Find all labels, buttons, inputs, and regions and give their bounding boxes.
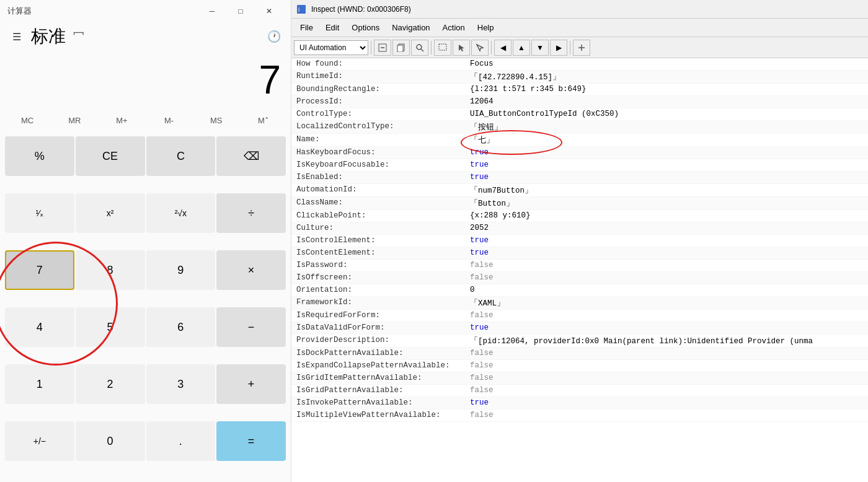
menu-options[interactable]: Options	[345, 20, 386, 35]
negate-button[interactable]: +/−	[5, 421, 74, 461]
prop-value-7: true	[470, 147, 863, 157]
prop-name-14: IsControlElement:	[296, 235, 470, 245]
mem-mc-button[interactable]: MC	[5, 109, 50, 131]
prop-name-24: IsExpandCollapsePatternAvailable:	[296, 361, 470, 370]
mem-mr-button[interactable]: MR	[52, 109, 97, 131]
menu-file[interactable]: File	[294, 20, 319, 35]
percent-button[interactable]: %	[5, 136, 74, 176]
six-button[interactable]: 6	[146, 307, 216, 347]
prop-name-8: IsKeyboardFocusable:	[296, 160, 470, 169]
inspector-title: Inspect (HWND: 0x000306F8)	[311, 5, 411, 14]
prop-row-20: IsRequiredForForm:false	[291, 310, 868, 322]
prop-value-15: true	[470, 248, 863, 257]
prop-name-25: IsGridItemPatternAvailable:	[296, 373, 470, 382]
square-button[interactable]: x²	[76, 193, 145, 233]
toolbar-extra-1[interactable]	[573, 40, 590, 56]
prop-row-9: IsEnabled:true	[291, 172, 868, 184]
nine-button[interactable]: 9	[146, 250, 216, 290]
menu-edit[interactable]: Edit	[319, 20, 345, 35]
prop-name-0: How found:	[296, 59, 470, 68]
svg-rect-5	[397, 45, 403, 52]
mem-ms-button[interactable]: MS	[194, 109, 239, 131]
ce-button[interactable]: CE	[76, 136, 145, 176]
svg-line-7	[421, 49, 423, 51]
prop-value-6: 「七」	[470, 134, 863, 146]
prop-name-7: HasKeyboardFocus:	[296, 147, 470, 157]
three-button[interactable]: 3	[146, 364, 216, 404]
menu-help[interactable]: Help	[471, 20, 500, 35]
toolbar-nav-forward-btn[interactable]: ▶	[550, 40, 567, 56]
toolbar-nav-up-btn[interactable]: ▲	[513, 40, 530, 56]
toolbar-select-mode-btn[interactable]	[434, 40, 451, 56]
prop-name-19: FrameworkId:	[296, 297, 470, 307]
prop-name-4: ControlType:	[296, 109, 470, 118]
prop-value-19: 「XAML」	[470, 297, 863, 309]
five-button[interactable]: 5	[76, 307, 145, 347]
hamburger-icon[interactable]: ☰	[10, 28, 24, 45]
calculator-window: 计算器 ─ □ ✕ ☰ 标准 冖 🕐 7 MC MR M+ M- MS M˄ %…	[0, 0, 291, 482]
prop-value-21: true	[470, 323, 863, 332]
four-button[interactable]: 4	[5, 307, 74, 347]
prop-name-6: Name:	[296, 134, 470, 144]
equals-button[interactable]: =	[216, 421, 286, 461]
titlebar-controls: ─ □ ✕	[198, 1, 283, 21]
reciprocal-button[interactable]: ¹⁄ₓ	[5, 193, 74, 233]
prop-row-3: ProcessId:12064	[291, 96, 868, 108]
multiply-button[interactable]: ×	[216, 250, 286, 290]
prop-row-25: IsGridItemPatternAvailable:false	[291, 372, 868, 385]
prop-value-25: false	[470, 373, 863, 382]
toolbar-inspect-btn[interactable]	[471, 40, 489, 56]
prop-value-2: {l:231 t:571 r:345 b:649}	[470, 84, 863, 94]
prop-name-23: IsDockPatternAvailable:	[296, 348, 470, 357]
calc-mode-icon: 冖	[73, 29, 84, 44]
backspace-button[interactable]: ⌫	[216, 136, 286, 176]
toolbar-nav-back-btn[interactable]: ◀	[494, 40, 512, 56]
toolbar-nav-down-btn[interactable]: ▼	[531, 40, 549, 56]
prop-value-24: false	[470, 361, 863, 370]
inspector-titlebar: i Inspect (HWND: 0x000306F8)	[291, 0, 868, 19]
decimal-button[interactable]: .	[146, 421, 216, 461]
prop-row-2: BoundingRectangle:{l:231 t:571 r:345 b:6…	[291, 84, 868, 96]
toolbar-find-btn[interactable]	[411, 40, 428, 56]
prop-row-23: IsDockPatternAvailable:false	[291, 348, 868, 360]
sqrt-button[interactable]: ²√x	[146, 193, 216, 233]
eight-button[interactable]: 8	[76, 250, 145, 290]
automation-type-select[interactable]: UI Automation	[294, 40, 368, 55]
toolbar-copy-btn[interactable]	[392, 40, 410, 56]
menu-navigation[interactable]: Navigation	[386, 20, 436, 35]
close-button[interactable]: ✕	[255, 1, 283, 21]
mem-mplus-button[interactable]: M+	[99, 109, 144, 131]
separator-1	[371, 41, 371, 55]
menu-action[interactable]: Action	[436, 20, 471, 35]
mem-mminus-button[interactable]: M-	[147, 109, 192, 131]
history-button[interactable]: 🕐	[267, 30, 281, 43]
divide-button[interactable]: ÷	[216, 193, 286, 233]
one-button[interactable]: 1	[5, 364, 74, 404]
maximize-button[interactable]: □	[226, 1, 255, 21]
toolbar-cursor-btn[interactable]	[453, 40, 470, 56]
calc-button-grid: % CE C ⌫ ¹⁄ₓ x² ²√x ÷ 7 8 9 × 4 5 6 − 1 …	[0, 134, 291, 482]
prop-name-13: Culture:	[296, 223, 470, 232]
prop-row-11: ClassName:「Button」	[291, 197, 868, 210]
prop-row-28: IsMultipleViewPatternAvailable:false	[291, 410, 868, 422]
display-value: 7	[259, 60, 281, 100]
two-button[interactable]: 2	[76, 364, 145, 404]
add-button[interactable]: +	[216, 364, 286, 404]
prop-name-12: ClickablePoint:	[296, 211, 470, 220]
toolbar-refresh-btn[interactable]	[374, 40, 391, 56]
prop-name-5: LocalizedControlType:	[296, 121, 470, 131]
prop-row-1: RuntimeId:「[42.722890.4.15]」	[291, 71, 868, 84]
prop-row-22: ProviderDescription:「[pid:12064, provide…	[291, 335, 868, 348]
svg-point-6	[417, 45, 422, 50]
prop-name-10: AutomationId:	[296, 185, 470, 194]
calculator-titlebar: 计算器 ─ □ ✕	[0, 0, 291, 22]
minimize-button[interactable]: ─	[198, 1, 226, 21]
clear-button[interactable]: C	[146, 136, 216, 176]
prop-name-16: IsPassword:	[296, 260, 470, 269]
seven-button[interactable]: 7	[5, 250, 74, 290]
zero-button[interactable]: 0	[76, 421, 145, 461]
subtract-button[interactable]: −	[216, 307, 286, 347]
prop-value-14: true	[470, 235, 863, 245]
prop-name-21: IsDataValidForForm:	[296, 323, 470, 332]
mem-mview-button[interactable]: M˄	[241, 109, 286, 131]
